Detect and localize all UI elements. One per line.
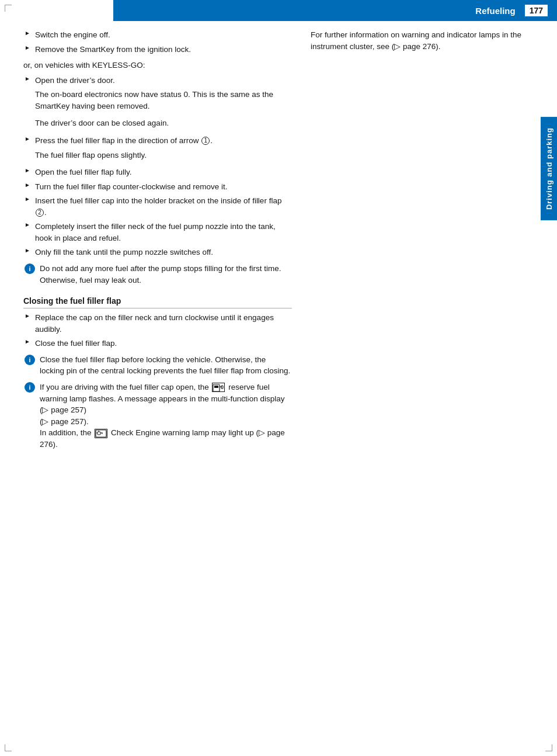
right-column: For further information on warning and i… [311,29,534,453]
page-number: 177 [525,5,548,16]
list-item: ► Turn the fuel filler flap counter-cloc… [23,181,292,193]
list-item: ► Open the fuel filler flap fully. [23,167,292,178]
info-icon-locking: i [25,355,35,365]
corner-mark-tl [5,5,12,12]
arrow-bullet: ► [25,196,30,202]
note-nozzle-text: Do not add any more fuel after the pump … [40,263,292,286]
arrow-bullet: ► [25,136,30,142]
sub-text-door-closed: The driver’s door can be closed again. [35,117,169,129]
svg-rect-5 [98,432,100,435]
arrow-bullet: ► [25,338,30,345]
instruction-close-flap: Close the fuel filler flap. [35,338,117,349]
info-note-locking: i Close the fuel filler flap before lock… [23,354,292,377]
list-item: ► Completely insert the filler neck of t… [23,221,292,244]
circle-num-2: 2 [36,209,44,217]
main-content: ► Switch the engine off. ► Remove the Sm… [23,29,534,738]
list-item-sub: The driver’s door can be closed again. [23,117,292,132]
list-item: ► Remove the SmartKey from the ignition … [23,44,292,56]
instruction-switch-engine: Switch the engine off. [35,29,110,41]
note-locking-text: Close the fuel filler flap before lockin… [40,354,292,377]
instruction-insert-neck: Completely insert the filler neck of the… [35,221,292,244]
list-item: ► Press the fuel filler flap in the dire… [23,135,292,147]
two-column-layout: ► Switch the engine off. ► Remove the Sm… [23,29,534,453]
arrow-bullet: ► [25,75,30,82]
arrow-bullet: ► [25,221,30,228]
instructions-before-list: ► Switch the engine off. ► Remove the Sm… [23,29,292,55]
arrow-bullet: ► [25,167,30,174]
keyless-go-label: or, on vehicles with KEYLESS-GO: [23,60,292,71]
instruction-insert-cap: Insert the fuel filler cap into the hold… [35,195,292,218]
corner-mark-br [545,744,552,751]
list-item: ► Insert the fuel filler cap into the ho… [23,195,292,218]
header-title: Refueling [475,6,515,16]
list-item-sub: The fuel filler flap opens slightly. [23,150,292,164]
instruction-open-door: Open the driver’s door. [35,75,115,86]
arrow-bullet: ► [25,44,30,51]
instruction-only-fill: Only fill the tank until the pump nozzle… [35,247,213,258]
arrow-bullet: ► [25,30,30,36]
circle-num-1: 1 [201,137,210,145]
svg-rect-3 [221,386,223,389]
left-column: ► Switch the engine off. ► Remove the Sm… [23,29,292,453]
sub-text-press-flap: The fuel filler flap opens slightly. [35,150,147,161]
corner-mark-bl [5,744,12,751]
section-heading-closing: Closing the fuel filler flap [23,296,292,308]
list-item: ► Switch the engine off. [23,29,292,41]
instruction-remove-smartkey: Remove the SmartKey from the ignition lo… [35,44,191,56]
sub-text-open-door: The on-board electronics now have status… [35,89,292,112]
closing-instructions-list: ► Replace the cap on the filler neck and… [23,312,292,349]
side-tab: Driving and parking [541,117,557,220]
info-icon-driving-cap: i [25,382,35,393]
info-icon: i [25,263,35,274]
arrow-bullet: ► [25,182,30,188]
list-item: ► Close the fuel filler flap. [23,338,292,349]
info-note-driving-cap: i If you are driving with the fuel fille… [23,382,292,450]
instruction-replace-cap: Replace the cap on the filler neck and t… [35,312,292,335]
reserve-fuel-icon [212,383,225,392]
list-item: ► Open the driver’s door. [23,75,292,86]
list-item: ► Replace the cap on the filler neck and… [23,312,292,335]
arrow-bullet: ► [25,247,30,254]
info-note-nozzle: i Do not add any more fuel after the pum… [23,263,292,286]
instruction-open-fully: Open the fuel filler flap fully. [35,167,132,178]
instruction-turn-cap: Turn the fuel filler flap counter-clockw… [35,181,228,193]
right-col-text: For further information on warning and i… [311,29,534,53]
svg-rect-1 [214,386,218,388]
check-engine-icon [95,429,107,438]
arrow-bullet: ► [25,313,30,319]
header-bar: Refueling 177 [113,0,557,21]
instruction-press-flap: Press the fuel filler flap in the direct… [35,135,213,147]
list-item-sub: The on-board electronics now have status… [23,89,292,115]
instructions-keyless-list: ► Open the driver’s door. The on-board e… [23,75,292,258]
note-driving-cap-text: If you are driving with the fuel filler … [40,382,292,450]
list-item: ► Only fill the tank until the pump nozz… [23,247,292,258]
